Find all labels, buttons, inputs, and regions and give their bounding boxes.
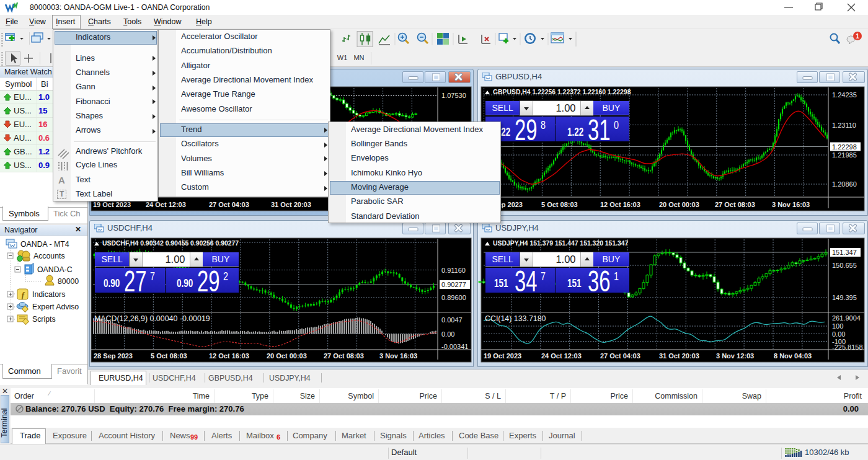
svg-text:OANDA-C: OANDA-C: [37, 265, 73, 274]
svg-text:1: 1: [856, 33, 859, 40]
svg-text:Indicators: Indicators: [32, 290, 65, 299]
svg-text:Scripts: Scripts: [32, 315, 56, 324]
svg-text:80000: 80000: [58, 277, 79, 286]
svg-text:OANDA - MT4: OANDA - MT4: [20, 240, 69, 249]
svg-text:Accounts: Accounts: [33, 252, 65, 260]
svg-text:Expert Adviso: Expert Adviso: [32, 303, 79, 311]
